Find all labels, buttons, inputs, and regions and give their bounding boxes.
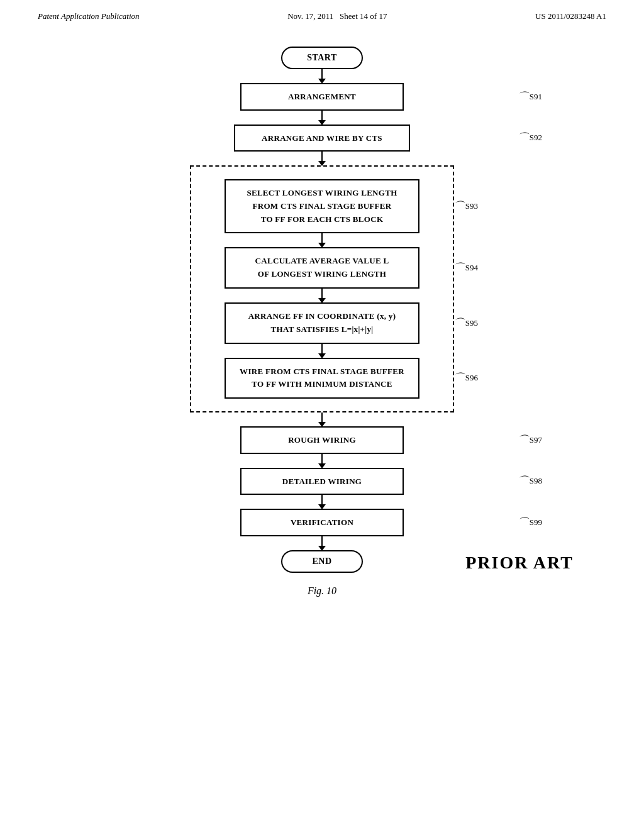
- publication-label: Patent Application Publication: [38, 11, 140, 21]
- arrow-1: [321, 69, 323, 83]
- s99-label: ⌒ S99: [517, 515, 542, 530]
- s93-node: SELECT LONGEST WIRING LENGTHFROM CTS FIN…: [225, 179, 419, 233]
- arrow-2: [321, 111, 323, 124]
- flowchart: START ARRANGEMENT ⌒ S91 ARRANGE AND WIRE…: [146, 47, 498, 573]
- arrow-5: [321, 289, 323, 302]
- s93-label: ⌒ S93: [453, 199, 478, 214]
- s95-row: ARRANGE FF IN COORDINATE (x, y)THAT SATI…: [210, 302, 434, 344]
- sheet-info: Sheet 14 of 17: [340, 11, 387, 21]
- arrow-8: [321, 454, 323, 468]
- arrow-7: [321, 412, 323, 426]
- s99-node: VERIFICATION: [240, 509, 404, 536]
- s97-row: ROUGH WIRING ⌒ S97: [146, 426, 498, 454]
- s91-row: ARRANGEMENT ⌒ S91: [146, 83, 498, 111]
- s91-node: ARRANGEMENT: [240, 83, 404, 111]
- date-sheet: Nov. 17, 2011 Sheet 14 of 17: [287, 11, 387, 21]
- s92-node: ARRANGE AND WIRE BY CTS: [234, 124, 410, 152]
- s95-label: ⌒ S95: [453, 316, 478, 331]
- s96-label: ⌒ S96: [453, 370, 478, 385]
- s98-row: DETAILED WIRING ⌒ S98: [146, 468, 498, 495]
- figure-label: Fig. 10: [308, 585, 336, 597]
- prior-art-label: PRIOR ART: [465, 553, 574, 573]
- s94-label: ⌒ S94: [453, 260, 478, 275]
- s94-node: CALCULATE AVERAGE VALUE LOF LONGEST WIRI…: [225, 247, 419, 289]
- dashed-section: SELECT LONGEST WIRING LENGTHFROM CTS FIN…: [190, 165, 454, 412]
- s98-label: ⌒ S98: [517, 473, 542, 489]
- s93-row: SELECT LONGEST WIRING LENGTHFROM CTS FIN…: [210, 179, 434, 233]
- s96-node: WIRE FROM CTS FINAL STAGE BUFFERTO FF WI…: [225, 358, 419, 399]
- start-node: START: [281, 47, 363, 69]
- s96-row: WIRE FROM CTS FINAL STAGE BUFFERTO FF WI…: [210, 358, 434, 399]
- arrow-10: [321, 536, 323, 550]
- s97-node: ROUGH WIRING: [240, 426, 404, 454]
- s92-row: ARRANGE AND WIRE BY CTS ⌒ S92: [146, 124, 498, 152]
- diagram-container: START ARRANGEMENT ⌒ S91 ARRANGE AND WIRE…: [0, 28, 644, 616]
- s99-row: VERIFICATION ⌒ S99: [146, 509, 498, 536]
- page-header: Patent Application Publication Nov. 17, …: [0, 0, 644, 28]
- arrow-6: [321, 344, 323, 358]
- s98-node: DETAILED WIRING: [240, 468, 404, 495]
- end-row: END PRIOR ART: [146, 550, 498, 573]
- patent-number: US 2011/0283248 A1: [535, 11, 606, 21]
- s92-label: ⌒ S92: [517, 130, 542, 145]
- arrow-3: [321, 152, 323, 165]
- s94-row: CALCULATE AVERAGE VALUE LOF LONGEST WIRI…: [210, 247, 434, 289]
- arrow-4: [321, 233, 323, 247]
- s95-node: ARRANGE FF IN COORDINATE (x, y)THAT SATI…: [225, 302, 419, 344]
- arrow-9: [321, 495, 323, 509]
- date: Nov. 17, 2011: [287, 11, 333, 21]
- start-row: START: [146, 47, 498, 69]
- s91-label: ⌒ S91: [517, 89, 542, 104]
- s97-label: ⌒ S97: [517, 433, 542, 448]
- end-node: END: [281, 550, 363, 573]
